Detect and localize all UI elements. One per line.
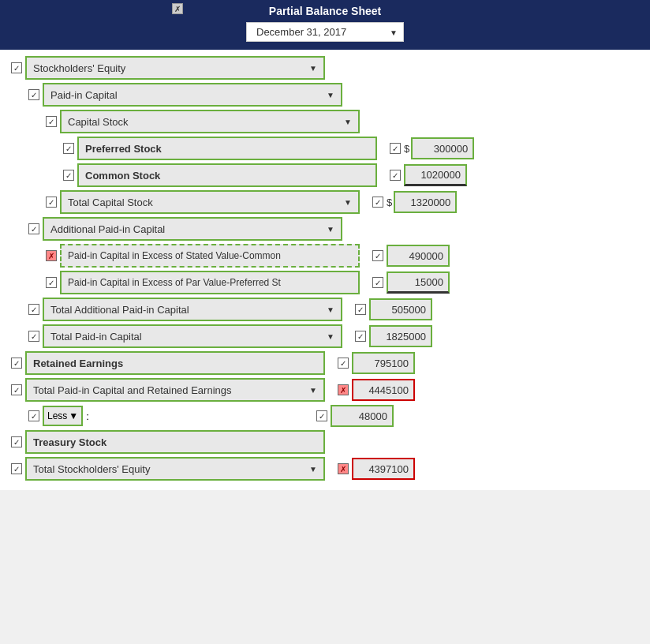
checkbox-common-stock[interactable] xyxy=(60,170,77,181)
check-retained-earnings[interactable] xyxy=(11,358,22,369)
checkbox-total-additional[interactable] xyxy=(25,304,43,315)
capital-stock-row: Capital Stock ▼ xyxy=(43,110,642,133)
excess-common-label: Paid-in Capital in Excess of Stated Valu… xyxy=(60,244,360,268)
checkbox-total-paid-value[interactable] xyxy=(352,331,369,342)
check-total-paid-value[interactable] xyxy=(355,331,366,342)
total-paid-in-value-section: 1825000 xyxy=(349,325,432,347)
check-total-capital-stock[interactable] xyxy=(46,197,57,208)
check-total-paid-in[interactable] xyxy=(28,331,39,342)
check-common-stock[interactable] xyxy=(63,170,74,181)
retained-earnings-label: Retained Earnings xyxy=(25,351,325,375)
check-capital-stock[interactable] xyxy=(46,116,57,127)
check-total-additional[interactable] xyxy=(28,304,39,315)
check-total-paid-retained-value[interactable] xyxy=(338,384,349,395)
total-additional-value[interactable]: 505000 xyxy=(369,298,432,320)
capital-stock-select[interactable]: Capital Stock ▼ xyxy=(60,110,360,133)
less-value[interactable]: 48000 xyxy=(331,405,394,427)
dropdown-arrow-icon: ▼ xyxy=(309,465,317,474)
checkbox-additional-paid-in[interactable] xyxy=(25,223,43,234)
total-paid-retained-row: Total Paid-in Capital and Retained Earni… xyxy=(8,378,642,402)
total-capital-stock-value[interactable]: 1320000 xyxy=(394,191,457,213)
checkbox-total-capital-value[interactable] xyxy=(369,197,387,208)
total-paid-retained-value-section: 4445100 xyxy=(331,379,415,401)
less-row: Less ▼ : 48000 xyxy=(25,405,642,427)
preferred-stock-value[interactable]: 300000 xyxy=(411,137,474,159)
checkbox-preferred-stock[interactable] xyxy=(60,143,77,154)
check-preferred-stock[interactable] xyxy=(63,143,74,154)
check-paid-in-capital[interactable] xyxy=(28,89,39,100)
total-paid-retained-select[interactable]: Total Paid-in Capital and Retained Earni… xyxy=(25,378,325,402)
preferred-stock-value-section: $ 300000 xyxy=(383,137,474,159)
dropdown-arrow-icon: ▼ xyxy=(309,386,317,395)
checkbox-stockholders-equity[interactable] xyxy=(8,62,25,73)
common-stock-value-section: 1020000 xyxy=(383,164,467,186)
check-retained-value[interactable] xyxy=(338,358,349,369)
check-total-stockholders-value[interactable] xyxy=(338,463,349,474)
check-treasury-stock[interactable] xyxy=(11,436,22,447)
content-area: Stockholders' Equity ▼ Paid-in Capital ▼… xyxy=(0,50,650,490)
checkbox-excess-preferred[interactable] xyxy=(43,277,60,288)
check-excess-preferred[interactable] xyxy=(46,277,57,288)
checkbox-less[interactable] xyxy=(25,410,43,421)
checkbox-total-paid-retained[interactable] xyxy=(8,384,25,395)
checkbox-retained-earnings[interactable] xyxy=(8,358,25,369)
total-stockholders-select[interactable]: Total Stockholders' Equity ▼ xyxy=(25,457,325,481)
checkbox-excess-common-value[interactable] xyxy=(369,250,387,261)
paid-in-capital-row: Paid-in Capital ▼ xyxy=(25,83,642,107)
checkbox-paid-in-capital[interactable] xyxy=(25,89,43,100)
stockholders-equity-row: Stockholders' Equity ▼ xyxy=(8,56,642,80)
checkbox-less-value[interactable] xyxy=(313,410,331,421)
checkbox-capital-stock[interactable] xyxy=(43,116,60,127)
common-stock-value[interactable]: 1020000 xyxy=(404,164,467,186)
date-select[interactable]: December 31, 2017 xyxy=(246,22,404,42)
total-paid-retained-value[interactable]: 4445100 xyxy=(352,379,415,401)
check-total-additional-value[interactable] xyxy=(355,304,366,315)
total-additional-select[interactable]: Total Additional Paid-in Capital ▼ xyxy=(43,298,342,321)
checkbox-excess-common[interactable] xyxy=(43,250,60,261)
additional-paid-in-row: Additional Paid-in Capital ▼ xyxy=(25,217,642,241)
excess-preferred-value-section: 15000 xyxy=(366,271,450,294)
less-select[interactable]: Less ▼ xyxy=(43,406,83,426)
checkbox-common-value[interactable] xyxy=(387,170,404,181)
check-less[interactable] xyxy=(28,410,39,421)
total-stockholders-value[interactable]: 4397100 xyxy=(352,458,415,480)
total-paid-in-value[interactable]: 1825000 xyxy=(369,325,432,347)
check-excess-common[interactable] xyxy=(46,250,57,261)
check-total-capital-value[interactable] xyxy=(372,197,383,208)
less-value-section: 48000 xyxy=(310,405,394,427)
date-select-container: December 31, 2017 xyxy=(246,22,404,42)
checkbox-retained-value[interactable] xyxy=(334,358,352,369)
check-less-value[interactable] xyxy=(316,410,327,421)
check-additional-paid-in[interactable] xyxy=(28,223,39,234)
total-stockholders-value-section: 4397100 xyxy=(331,458,415,480)
excess-preferred-value[interactable]: 15000 xyxy=(387,271,450,294)
dropdown-arrow-icon: ▼ xyxy=(327,91,334,99)
stockholders-equity-select[interactable]: Stockholders' Equity ▼ xyxy=(25,56,325,80)
check-stockholders-equity[interactable] xyxy=(11,62,22,73)
check-excess-preferred-value[interactable] xyxy=(372,277,383,288)
total-paid-in-select[interactable]: Total Paid-in Capital ▼ xyxy=(43,324,342,348)
checkbox-preferred-value[interactable] xyxy=(387,143,404,154)
retained-earnings-value-section: 795100 xyxy=(331,352,415,374)
check-total-stockholders[interactable] xyxy=(11,463,22,474)
page-wrapper: ✗ Partial Balance Sheet December 31, 201… xyxy=(0,0,650,490)
additional-paid-in-select[interactable]: Additional Paid-in Capital ▼ xyxy=(43,217,342,241)
checkbox-total-paid-retained-value[interactable] xyxy=(334,384,352,395)
checkbox-excess-preferred-value[interactable] xyxy=(369,277,387,288)
checkbox-total-capital-stock[interactable] xyxy=(43,197,60,208)
check-excess-common-value[interactable] xyxy=(372,250,383,261)
check-common-value[interactable] xyxy=(390,170,401,181)
checkbox-total-stockholders-value[interactable] xyxy=(334,463,352,474)
close-icon[interactable]: ✗ xyxy=(172,3,183,14)
total-stockholders-equity-row: Total Stockholders' Equity ▼ 4397100 xyxy=(8,457,642,481)
excess-common-value[interactable]: 490000 xyxy=(387,245,450,267)
checkbox-total-stockholders[interactable] xyxy=(8,463,25,474)
total-capital-stock-select[interactable]: Total Capital Stock ▼ xyxy=(60,190,360,214)
checkbox-total-paid-in[interactable] xyxy=(25,331,43,342)
check-preferred-value[interactable] xyxy=(390,143,401,154)
checkbox-total-additional-value[interactable] xyxy=(352,304,369,315)
checkbox-treasury-stock[interactable] xyxy=(8,436,25,447)
check-total-paid-retained[interactable] xyxy=(11,384,22,395)
paid-in-capital-select[interactable]: Paid-in Capital ▼ xyxy=(43,83,342,107)
retained-earnings-value[interactable]: 795100 xyxy=(352,352,415,374)
